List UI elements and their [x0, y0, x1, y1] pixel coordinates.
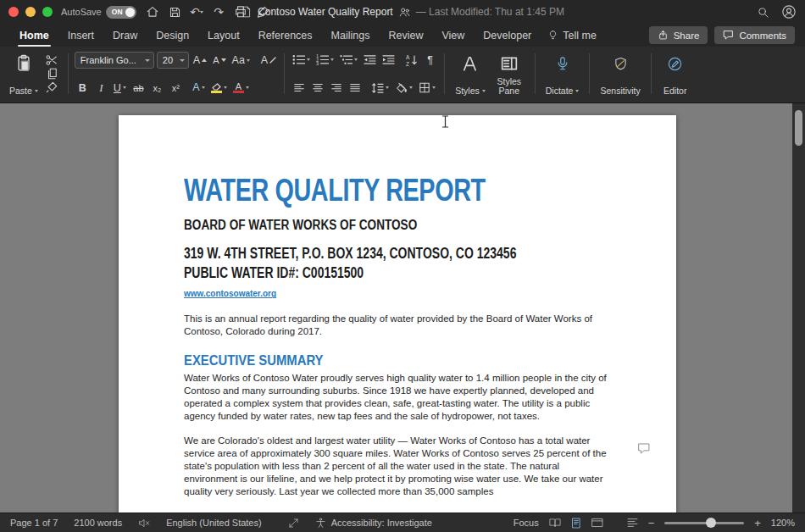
- tab-design[interactable]: Design: [147, 25, 198, 47]
- strikethrough-button[interactable]: ab: [130, 80, 147, 96]
- align-left-button[interactable]: [291, 80, 307, 96]
- highlight-button[interactable]: [209, 80, 229, 96]
- text-effects-icon: A: [192, 82, 199, 93]
- tab-developer[interactable]: Developer: [474, 25, 541, 47]
- clear-formatting-eraser-icon: [269, 57, 276, 64]
- share-icon: [658, 30, 669, 41]
- zoom-slider[interactable]: [664, 522, 744, 524]
- borders-grid-icon: [419, 82, 430, 93]
- search-button[interactable]: [755, 3, 770, 20]
- font-name-value: Franklin Go...: [80, 55, 136, 65]
- autosave-toggle[interactable]: AutoSave ON: [61, 6, 136, 19]
- editor-button[interactable]: Editor: [658, 50, 693, 97]
- sort-button[interactable]: AZ: [403, 52, 419, 68]
- vertical-scrollbar-thumb[interactable]: [795, 110, 802, 146]
- scrollbar-track[interactable]: [792, 103, 805, 513]
- document-canvas[interactable]: WATER QUALITY REPORT BOARD OF WATER WORK…: [0, 103, 805, 513]
- styles-button[interactable]: Styles: [451, 50, 490, 97]
- zoom-slider-thumb[interactable]: [706, 518, 716, 528]
- borders-button[interactable]: [417, 80, 437, 96]
- font-name-select[interactable]: Franklin Go...: [75, 52, 154, 69]
- statusbar-right: Focus − + 120%: [514, 518, 795, 529]
- grow-font-arrow-icon: [202, 58, 207, 62]
- tab-review[interactable]: Review: [379, 25, 432, 47]
- comment-indicator-button[interactable]: [637, 442, 651, 455]
- shrink-font-button[interactable]: A: [211, 53, 227, 69]
- tab-home[interactable]: Home: [10, 25, 58, 47]
- zoom-out-button[interactable]: −: [648, 518, 655, 529]
- share-button[interactable]: Share: [649, 26, 708, 44]
- dictate-button[interactable]: Dictate: [541, 50, 584, 97]
- tab-draw[interactable]: Draw: [103, 25, 147, 47]
- numbering-button[interactable]: 123: [314, 52, 336, 68]
- tab-insert[interactable]: Insert: [58, 25, 103, 47]
- read-aloud-muted-button[interactable]: [138, 518, 150, 529]
- italic-button[interactable]: I: [93, 80, 109, 96]
- align-right-button[interactable]: [328, 80, 344, 96]
- line-spacing-button[interactable]: [369, 80, 391, 96]
- tab-view[interactable]: View: [432, 25, 474, 47]
- styles-pane-button[interactable]: Styles Pane: [490, 50, 529, 97]
- outline-view-button[interactable]: [627, 518, 638, 528]
- word-count[interactable]: 2100 words: [74, 518, 122, 528]
- zoom-level[interactable]: 120%: [771, 518, 795, 528]
- subscript-button[interactable]: x₂: [149, 80, 165, 96]
- multilevel-list-button[interactable]: [338, 52, 359, 68]
- language-indicator[interactable]: English (United States): [166, 518, 262, 528]
- autosave-switch[interactable]: ON: [106, 6, 136, 19]
- align-center-button[interactable]: [309, 80, 325, 96]
- comments-button[interactable]: Comments: [714, 26, 795, 44]
- ribbon-tabs: Home Insert Draw Design Layout Reference…: [0, 24, 805, 47]
- decrease-indent-button[interactable]: [362, 52, 378, 68]
- comments-icon: [723, 30, 734, 41]
- close-window-button[interactable]: [8, 7, 19, 17]
- fullscreen-window-button[interactable]: [42, 7, 53, 17]
- account-button[interactable]: [781, 3, 797, 20]
- shared-people-icon[interactable]: [398, 6, 411, 19]
- outline-view-icon: [627, 518, 638, 528]
- clear-formatting-button[interactable]: A: [259, 53, 278, 69]
- page-indicator[interactable]: Page 1 of 7: [10, 518, 58, 528]
- cut-button[interactable]: [44, 53, 60, 67]
- zoom-in-button[interactable]: +: [754, 518, 761, 529]
- format-painter-button[interactable]: [44, 80, 60, 94]
- undo-button[interactable]: ↶: [189, 3, 204, 20]
- tell-me-button[interactable]: Tell me: [547, 30, 597, 42]
- save-button[interactable]: [167, 3, 182, 20]
- bold-button[interactable]: B: [75, 80, 91, 96]
- font-color-button[interactable]: A: [231, 80, 251, 96]
- focus-mode-button[interactable]: Focus: [514, 518, 539, 528]
- resize-view-button[interactable]: [288, 518, 299, 529]
- show-paragraph-marks-button[interactable]: ¶: [422, 52, 438, 68]
- tab-references[interactable]: References: [249, 25, 322, 47]
- web-layout-button[interactable]: [591, 518, 603, 528]
- borders-chevron-icon: [432, 86, 436, 89]
- minimize-window-button[interactable]: [25, 7, 36, 17]
- text-effects-button[interactable]: A: [191, 80, 207, 96]
- tab-mailings[interactable]: Mailings: [322, 25, 380, 47]
- home-quick-button[interactable]: [145, 3, 160, 20]
- superscript-button[interactable]: x²: [168, 80, 184, 96]
- paste-button[interactable]: Paste: [5, 50, 42, 97]
- underline-button[interactable]: U: [112, 80, 128, 96]
- justify-button[interactable]: [347, 80, 363, 96]
- accessibility-checker[interactable]: Accessibility: Investigate: [315, 518, 432, 529]
- tab-layout[interactable]: Layout: [198, 25, 249, 47]
- print-layout-button[interactable]: [571, 518, 581, 529]
- change-case-icon: Aa: [232, 54, 245, 66]
- sensitivity-button[interactable]: Sensitivity: [596, 50, 644, 97]
- bullets-button[interactable]: [291, 52, 312, 68]
- font-size-select[interactable]: 20: [157, 52, 189, 69]
- page-1[interactable]: WATER QUALITY REPORT BOARD OF WATER WORK…: [119, 115, 676, 513]
- report-website-link[interactable]: www.contosowater.org: [184, 289, 276, 298]
- shading-button[interactable]: [393, 80, 414, 96]
- increase-indent-button[interactable]: [380, 52, 397, 68]
- read-mode-button[interactable]: [549, 518, 561, 528]
- justify-icon: [349, 82, 361, 93]
- change-case-button[interactable]: Aa: [230, 53, 252, 69]
- share-label: Share: [674, 30, 700, 41]
- grow-font-button[interactable]: A: [192, 53, 208, 69]
- copy-button[interactable]: [44, 67, 60, 80]
- undo-chevron-icon: [200, 11, 203, 14]
- redo-button[interactable]: ↷: [211, 3, 226, 20]
